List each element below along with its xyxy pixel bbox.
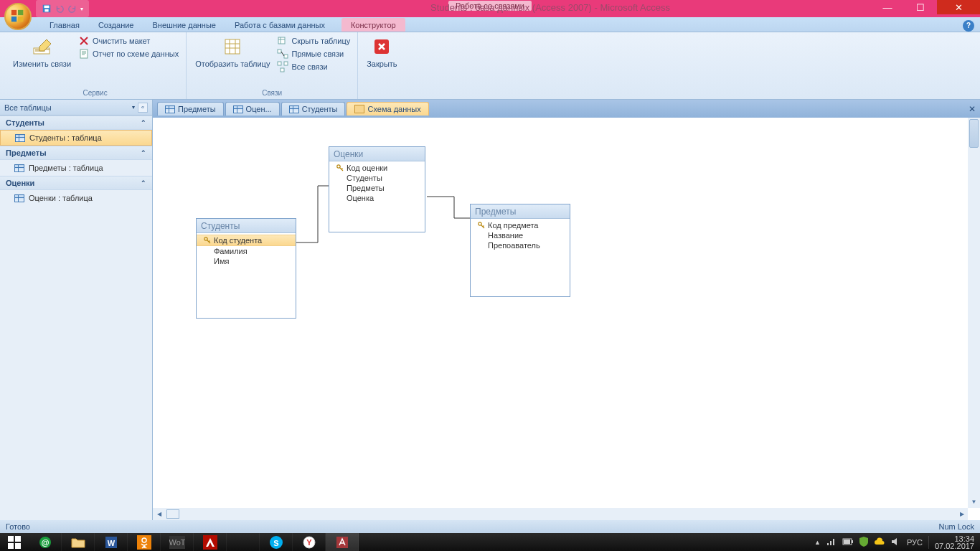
ribbon: Изменить связи Очистить макет Отчет по с… (0, 32, 980, 100)
relationship-line (153, 118, 980, 520)
table-icon (289, 105, 299, 113)
taskbar-app-adobe[interactable] (194, 533, 227, 551)
doc-tab-schema[interactable]: Схема данных (347, 102, 428, 116)
nav-group-grades[interactable]: Оценки⌃ (0, 176, 152, 190)
svg-rect-20 (8, 536, 14, 542)
taskbar-app-skype[interactable]: S (260, 533, 293, 551)
tab-database-tools[interactable]: Работа с базами данных (225, 18, 334, 32)
tray-network-icon[interactable] (826, 537, 837, 547)
direct-relationships-button[interactable]: Прямые связи (277, 48, 350, 60)
tray-battery-icon[interactable] (842, 538, 854, 547)
collapse-icon: ⌃ (141, 179, 146, 187)
primary-key-icon (478, 222, 485, 229)
qat-dropdown-icon[interactable]: ▾ (80, 6, 83, 12)
close-button[interactable]: ✕ (937, 0, 980, 14)
relationships-canvas[interactable]: Студенты Код студента Фамилия Имя Оценки… (153, 118, 980, 520)
taskbar-app-explorer[interactable] (62, 533, 95, 551)
field-row[interactable]: Код оценки (329, 163, 425, 173)
maximize-button[interactable]: ☐ (904, 0, 937, 14)
help-icon[interactable]: ? (963, 20, 974, 32)
tray-volume-icon[interactable] (891, 537, 901, 547)
field-row[interactable]: Код предмета (471, 220, 570, 230)
taskbar-app-access[interactable] (326, 533, 359, 551)
svg-rect-13 (278, 62, 281, 65)
scroll-down-icon[interactable]: ▼ (968, 496, 980, 508)
table-icon (14, 164, 24, 172)
tray-language[interactable]: РУС (907, 538, 923, 547)
tray-expand-icon[interactable]: ▲ (814, 539, 821, 546)
field-row[interactable]: Код студента (197, 235, 296, 246)
taskbar-app-yandex[interactable]: Y (293, 533, 326, 551)
tray-cloud-icon[interactable] (874, 537, 885, 547)
doc-tab-subjects[interactable]: Предметы (157, 102, 224, 116)
save-icon[interactable] (42, 4, 52, 14)
table-title: Студенты (197, 219, 296, 233)
vertical-scrollbar[interactable]: ▲ ▼ (968, 118, 980, 508)
svg-rect-15 (281, 68, 284, 72)
all-relationships-button[interactable]: Все связи (277, 61, 350, 72)
doc-close-button[interactable]: ✕ (969, 104, 976, 114)
nav-group-students[interactable]: Студенты⌃ (0, 116, 152, 130)
close-icon (370, 35, 393, 58)
svg-rect-3 (18, 17, 23, 22)
show-table-button[interactable]: Отобразить таблицу (191, 34, 274, 70)
nav-item-grades-table[interactable]: Оценки : таблица (0, 190, 152, 206)
table-box-students[interactable]: Студенты Код студента Фамилия Имя (196, 218, 296, 319)
app-title: Students : база данных (Access 2007) - M… (430, 2, 670, 13)
taskbar-app-unknown[interactable] (227, 533, 260, 551)
tray-clock[interactable]: 13:34 07.02.2017 (935, 535, 974, 550)
start-button[interactable] (0, 533, 29, 551)
doc-tab-students[interactable]: Студенты (281, 102, 346, 116)
field-row[interactable]: Оценка (329, 193, 425, 203)
minimize-button[interactable]: — (871, 0, 904, 14)
nav-group-subjects[interactable]: Предметы⌃ (0, 146, 152, 160)
scroll-left-icon[interactable]: ◀ (153, 511, 165, 517)
show-table-icon (221, 35, 244, 58)
taskbar-app-wot[interactable]: WoT (161, 533, 194, 551)
svg-rect-40 (844, 540, 850, 544)
scroll-thumb[interactable] (969, 119, 979, 148)
table-box-subjects[interactable]: Предметы Код предмета Название Препоават… (470, 204, 570, 297)
field-row[interactable]: Студенты (329, 173, 425, 183)
tab-design[interactable]: Конструктор (341, 18, 405, 32)
field-row[interactable]: Фамилия (197, 246, 296, 256)
field-row[interactable]: Препоаватель (471, 240, 570, 250)
ribbon-tabs: Главная Создание Внешние данные Работа с… (0, 17, 980, 32)
taskbar-app-ok[interactable] (128, 533, 161, 551)
relationship-report-button[interactable]: Отчет по схеме данных (78, 48, 179, 60)
office-button[interactable] (4, 3, 32, 30)
horizontal-scrollbar[interactable]: ◀ ▶ (153, 508, 968, 520)
ribbon-group-service: Изменить связи Очистить макет Отчет по с… (4, 32, 187, 99)
field-row[interactable]: Имя (197, 256, 296, 266)
ribbon-group-relationships: Отобразить таблицу Скрыть таблицу Прямые… (187, 32, 358, 99)
table-icon (233, 105, 243, 113)
field-row[interactable]: Название (471, 230, 570, 240)
undo-icon[interactable] (55, 4, 65, 14)
svg-rect-8 (80, 50, 88, 58)
hide-table-button[interactable]: Скрыть таблицу (277, 35, 350, 47)
clear-layout-button[interactable]: Очистить макет (78, 35, 179, 47)
scroll-right-icon[interactable]: ▶ (956, 511, 968, 517)
close-relationships-button[interactable]: Закрыть (362, 34, 401, 70)
tab-create[interactable]: Создание (89, 18, 143, 32)
table-box-grades[interactable]: Оценки Код оценки Студенты Предметы Оцен… (329, 146, 425, 232)
edit-relationships-button[interactable]: Изменить связи (9, 34, 75, 70)
tab-home[interactable]: Главная (40, 18, 89, 32)
nav-item-subjects-table[interactable]: Предметы : таблица (0, 160, 152, 176)
taskbar-app-word[interactable]: W (95, 533, 128, 551)
nav-collapse-icon[interactable]: « (138, 103, 148, 113)
tab-external-data[interactable]: Внешние данные (143, 18, 225, 32)
record-nav-icon[interactable] (166, 509, 179, 519)
svg-rect-2 (11, 17, 17, 22)
close-label: Закрыть (367, 60, 397, 68)
doc-tab-grades[interactable]: Оцен... (225, 102, 280, 116)
redo-icon[interactable] (67, 4, 77, 14)
field-row[interactable]: Предметы (329, 183, 425, 193)
taskbar-app-mail[interactable]: @ (29, 533, 62, 551)
nav-item-students-table[interactable]: Студенты : таблица (0, 130, 152, 146)
nav-header[interactable]: Все таблицы ▾ « (0, 100, 152, 116)
primary-key-icon (204, 237, 211, 244)
table-title: Предметы (471, 204, 570, 219)
tray-shield-icon[interactable] (859, 537, 868, 548)
svg-rect-14 (284, 62, 288, 65)
